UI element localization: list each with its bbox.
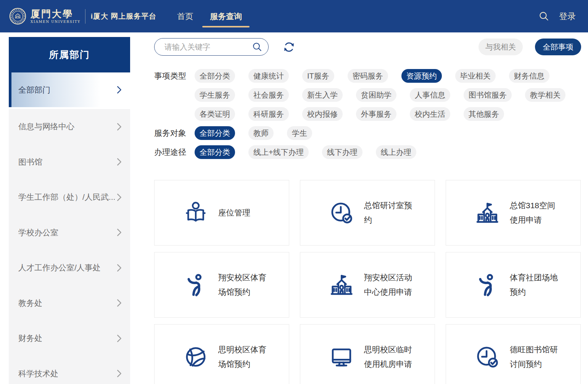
sidebar-item-label: 学校办公室: [18, 227, 117, 238]
service-card[interactable]: 思明校区临时 使用机房申请: [300, 324, 435, 384]
keyword-input[interactable]: [164, 42, 252, 52]
brand: 厦門大學 XIAMEN UNIVERSITY i厦大 网上服务平台: [9, 7, 156, 25]
service-card-title: 总馆318空间 使用申请: [510, 198, 568, 227]
filter-option[interactable]: 学生服务: [195, 88, 235, 102]
sidebar-item-label: 学生工作部（处）/人民武...: [18, 192, 117, 202]
sidebar-item-label: 人才工作办公室/人事处: [18, 262, 117, 273]
filter-option[interactable]: 图书馆服务: [464, 88, 512, 102]
filter-option[interactable]: 学生: [287, 126, 312, 140]
sidebar-item-label: 全部部门: [18, 85, 117, 95]
sidebar-item[interactable]: 财务处: [9, 321, 130, 356]
nav-tab[interactable]: 服务查询: [207, 0, 245, 32]
filter-option[interactable]: 资源预约: [401, 69, 442, 83]
refresh-icon[interactable]: [283, 41, 295, 53]
sidebar-item[interactable]: 图书馆: [9, 145, 130, 180]
filter-option[interactable]: 各类证明: [195, 107, 235, 121]
filter-option[interactable]: 教学相关: [525, 88, 565, 102]
clock-check-icon: [329, 201, 354, 225]
service-card[interactable]: 思明校区体育 场馆预约: [154, 324, 289, 384]
clock-check-icon: [475, 345, 499, 369]
sidebar-title: 所属部门: [9, 37, 130, 72]
filter-option[interactable]: 校内报修: [302, 107, 343, 121]
platform-title: i厦大 网上服务平台: [91, 11, 157, 21]
filter-option[interactable]: 人事信息: [410, 88, 450, 102]
chevron-right-icon: [117, 123, 122, 131]
university-name-en: XIAMEN UNIVERSITY: [31, 20, 81, 24]
service-card-title: 翔安校区体育 场馆预约: [218, 270, 276, 299]
filter-option[interactable]: 财务信息: [509, 69, 549, 83]
basketball-icon: [184, 345, 208, 369]
filter-option[interactable]: 新生入学: [302, 88, 343, 102]
login-button[interactable]: 登录: [559, 11, 576, 22]
service-card[interactable]: 总馆318空间 使用申请: [446, 180, 581, 246]
service-card-title: 体育社团场地 预约: [510, 270, 568, 299]
filter-option[interactable]: 教师: [248, 126, 274, 140]
chevron-right-icon: [117, 264, 122, 272]
sidebar-item-label: 信息与网络中心: [18, 121, 117, 132]
monitor-icon: [329, 345, 354, 369]
building-flag-icon: [329, 273, 354, 297]
sidebar-item[interactable]: 学校办公室: [9, 215, 130, 251]
service-card-title: 思明校区体育 场馆预约: [218, 342, 276, 371]
filter-row: 办理途径 全部分类 线上+线下办理 线下办理 线上办理: [154, 145, 581, 159]
filter-group-label: 事项类型: [154, 71, 195, 81]
filter-option[interactable]: 社会服务: [248, 88, 289, 102]
filter-group-label: 办理途径: [154, 147, 195, 157]
filter-option[interactable]: 线上办理: [376, 145, 416, 159]
sidebar-item[interactable]: 教务处: [9, 286, 130, 321]
service-card[interactable]: 总馆研讨室预 约: [300, 180, 435, 246]
service-card-title: 座位管理: [218, 206, 276, 220]
keyword-search-box[interactable]: [154, 38, 269, 56]
chevron-right-icon: [117, 334, 122, 342]
all-items-button[interactable]: 全部事项: [535, 39, 581, 55]
filter-option[interactable]: 外事服务: [356, 107, 396, 121]
sidebar-item-label: 教务处: [18, 298, 117, 308]
filter-panel: 事项类型 全部分类 健康统计 IT服务 密码服务 资源预约 毕业相关 财务信息 …: [154, 69, 581, 159]
filter-option[interactable]: 全部分类: [195, 126, 235, 140]
filter-option[interactable]: 线下办理: [322, 145, 362, 159]
university-name-zh: 厦門大學: [31, 9, 81, 19]
filter-option[interactable]: 健康统计: [248, 69, 289, 83]
related-to-me-button[interactable]: 与我相关: [478, 39, 523, 55]
filter-row: 学生服务 社会服务 新生入学 贫困助学 人事信息 图书馆服务 教学相关: [154, 88, 581, 102]
filter-option[interactable]: 科研服务: [248, 107, 289, 121]
service-catalog: 与我相关 全部事项 事项类型 全部分类 健康统计 IT服务 密码服务 资源预约 …: [154, 37, 581, 384]
filter-option[interactable]: 全部分类: [195, 69, 235, 83]
service-card[interactable]: 翔安校区体育 场馆预约: [154, 252, 289, 318]
sidebar-item[interactable]: 科学技术处: [9, 356, 130, 384]
service-card[interactable]: 德旺图书馆研 讨间预约: [446, 324, 581, 384]
filter-option[interactable]: 其他服务: [464, 107, 504, 121]
university-seal-logo: [9, 7, 27, 25]
filter-option[interactable]: 线上+线下办理: [248, 145, 309, 159]
service-card[interactable]: 座位管理: [154, 180, 289, 246]
reader-icon: [184, 201, 208, 225]
filter-row: 各类证明 科研服务 校内报修 外事服务 校内生活 其他服务: [154, 107, 581, 121]
filter-option[interactable]: 密码服务: [348, 69, 388, 83]
filter-row: 服务对象 全部分类 教师 学生: [154, 126, 581, 140]
chevron-right-icon: [117, 86, 122, 94]
chevron-right-icon: [117, 228, 122, 236]
search-submit-icon[interactable]: [252, 42, 262, 52]
filter-option[interactable]: 毕业相关: [455, 69, 496, 83]
nav-tab[interactable]: 首页: [174, 0, 196, 32]
sidebar-item[interactable]: 信息与网络中心: [9, 109, 130, 145]
sidebar-item[interactable]: 人才工作办公室/人事处: [9, 250, 130, 286]
runner-icon: [475, 273, 499, 297]
chevron-right-icon: [117, 193, 122, 201]
search-icon[interactable]: [539, 11, 549, 21]
service-card[interactable]: 翔安校区活动 中心使用申请: [300, 252, 435, 318]
chevron-right-icon: [117, 299, 122, 307]
sidebar-item[interactable]: 学生工作部（处）/人民武...: [9, 180, 130, 215]
service-card[interactable]: 体育社团场地 预约: [446, 252, 581, 318]
filter-option[interactable]: 全部分类: [195, 145, 235, 159]
service-card-title: 德旺图书馆研 讨间预约: [510, 342, 568, 371]
filter-option[interactable]: IT服务: [302, 69, 334, 83]
filter-group-label: 服务对象: [154, 128, 195, 138]
sidebar-item-label: 图书馆: [18, 157, 117, 167]
sidebar-item[interactable]: 全部部门: [9, 72, 130, 107]
filter-option[interactable]: 校内生活: [410, 107, 450, 121]
filter-option[interactable]: 贫困助学: [356, 88, 396, 102]
top-navbar: 厦門大學 XIAMEN UNIVERSITY i厦大 网上服务平台 首页服务查询…: [0, 0, 588, 32]
service-card-title: 总馆研讨室预 约: [364, 198, 422, 227]
service-card-title: 思明校区临时 使用机房申请: [364, 342, 422, 371]
